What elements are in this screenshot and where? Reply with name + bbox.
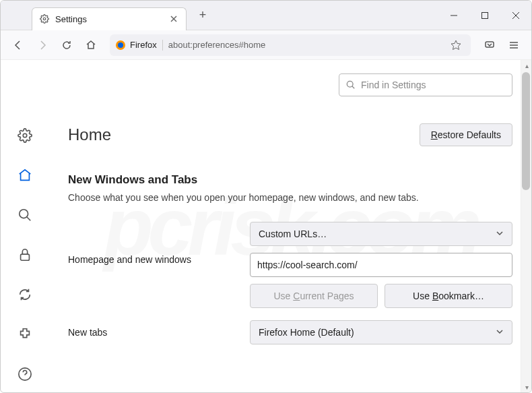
reload-button[interactable] [56, 34, 77, 56]
firefox-icon [115, 40, 126, 51]
page-title: Home [68, 125, 111, 144]
section-description: Choose what you see when you open your h… [68, 192, 512, 203]
settings-sidebar [1, 60, 49, 392]
homepage-label: Homepage and new windows [68, 222, 250, 265]
tab-title: Settings [55, 14, 168, 24]
sidebar-sync-icon[interactable] [13, 284, 37, 306]
search-placeholder: Find in Settings [361, 80, 426, 90]
sidebar-search-icon[interactable] [13, 204, 37, 226]
sidebar-help-icon[interactable] [13, 363, 37, 386]
svg-point-6 [20, 210, 28, 218]
scroll-thumb[interactable] [522, 72, 530, 190]
back-button[interactable] [7, 34, 29, 56]
use-current-pages-button[interactable]: Use Current Pages [250, 284, 378, 308]
url-bar[interactable]: Firefox about:preferences#home [110, 34, 471, 56]
svg-rect-1 [482, 12, 488, 18]
pocket-icon[interactable] [479, 34, 500, 56]
scrollbar[interactable]: ▴ ▾ [521, 60, 531, 392]
home-button[interactable] [80, 34, 102, 56]
browser-tab[interactable]: Settings [32, 7, 187, 30]
settings-search-input[interactable]: Find in Settings [339, 73, 512, 96]
url-identity: Firefox [115, 40, 163, 51]
homepage-mode-select[interactable]: Custom URLs… [250, 222, 512, 246]
identity-label: Firefox [130, 40, 157, 50]
newtabs-mode-select[interactable]: Firefox Home (Default) [250, 320, 512, 344]
new-tab-button[interactable]: + [193, 6, 212, 25]
newtabs-label: New tabs [68, 327, 250, 338]
scroll-up-icon[interactable]: ▴ [521, 60, 531, 71]
maximize-button[interactable] [469, 1, 500, 30]
sidebar-privacy-icon[interactable] [13, 243, 37, 266]
close-button[interactable] [500, 1, 531, 30]
sidebar-extensions-icon[interactable] [13, 324, 37, 346]
url-text: about:preferences#home [168, 40, 446, 50]
newtabs-mode-value: Firefox Home (Default) [259, 327, 354, 338]
restore-defaults-button[interactable]: Restore Defaults [420, 123, 512, 146]
toolbar: Firefox about:preferences#home [1, 30, 531, 60]
svg-point-5 [23, 133, 27, 138]
scroll-down-icon[interactable]: ▾ [521, 382, 531, 392]
sidebar-home-icon[interactable] [13, 164, 37, 186]
sidebar-general-icon[interactable] [13, 124, 37, 146]
minimize-button[interactable] [438, 1, 469, 30]
use-bookmark-button[interactable]: Use Bookmark… [385, 284, 512, 308]
svg-rect-7 [21, 254, 30, 260]
bookmark-star-icon[interactable] [446, 36, 465, 55]
search-icon [346, 80, 356, 90]
gear-icon [39, 13, 50, 24]
titlebar: Settings + [1, 1, 531, 30]
close-icon[interactable] [168, 13, 179, 24]
window-controls [438, 1, 531, 30]
homepage-url-input[interactable] [250, 253, 512, 277]
section-title: New Windows and Tabs [68, 173, 512, 187]
settings-main: pcrisk.com Find in Settings Home Restore… [49, 60, 531, 392]
homepage-mode-value: Custom URLs… [259, 229, 327, 239]
svg-point-3 [118, 42, 123, 48]
chevron-down-icon [496, 327, 504, 338]
forward-button[interactable] [32, 34, 53, 56]
chevron-down-icon [496, 229, 504, 239]
menu-button[interactable] [503, 34, 525, 56]
svg-point-0 [43, 18, 46, 20]
